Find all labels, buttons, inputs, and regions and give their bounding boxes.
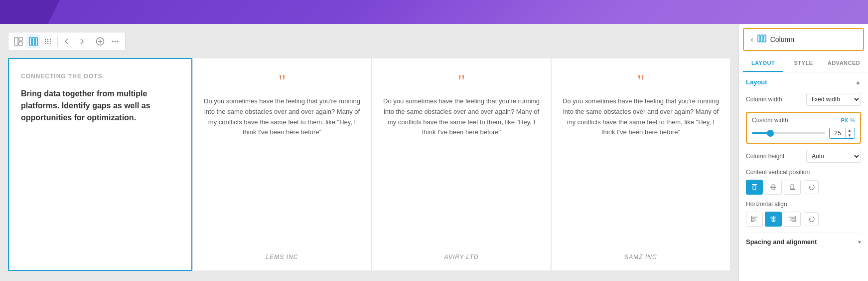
columns-view-button[interactable] [26, 34, 40, 48]
horiz-align-reset-button[interactable] [805, 212, 819, 226]
testimonial-col-2: " Do you sometimes have the feeling that… [372, 58, 551, 271]
back-button[interactable]: ‹ [751, 35, 753, 43]
slider-value-input[interactable] [830, 128, 846, 138]
right-panel: ‹ Column Layout Style Advanced Layout ▲ [738, 24, 868, 281]
vert-position-reset-button[interactable] [805, 180, 819, 194]
svg-rect-2 [19, 42, 22, 45]
svg-rect-21 [758, 35, 760, 42]
testimonial-company-1: LEMS INC [266, 254, 298, 261]
svg-rect-0 [14, 37, 18, 45]
svg-rect-1 [19, 37, 22, 41]
add-button[interactable] [93, 34, 107, 48]
panel-tabs: Layout Style Advanced [739, 55, 868, 72]
grid-view-button[interactable] [11, 34, 25, 48]
spacing-chevron-icon: ▾ [858, 239, 861, 246]
horiz-align-label: Horizontal align [746, 201, 861, 208]
testimonial-text-2: Do you sometimes have the feeling that y… [382, 96, 541, 138]
horiz-left-button[interactable] [746, 212, 763, 227]
svg-point-18 [112, 41, 114, 42]
slider-row: ▲ ▼ [752, 128, 855, 139]
custom-width-unit: PX % [841, 117, 855, 123]
svg-rect-24 [752, 184, 757, 185]
quote-mark-2: " [458, 72, 465, 90]
vert-position-btn-group [746, 180, 861, 195]
column-header-icon [757, 34, 766, 45]
tab-layout[interactable]: Layout [743, 55, 783, 72]
svg-point-10 [47, 41, 48, 42]
svg-rect-3 [29, 37, 31, 45]
column-body: Bring data together from multiple platfo… [21, 88, 179, 124]
svg-point-6 [45, 39, 46, 40]
panel-header[interactable]: ‹ Column [743, 28, 864, 51]
svg-rect-5 [35, 37, 37, 45]
custom-width-section: Custom width PX % ▲ ▼ [746, 112, 861, 144]
column-height-row: Column height Auto Fixed Full height [746, 150, 861, 163]
horiz-align-btn-group [746, 212, 861, 227]
svg-point-11 [47, 43, 48, 44]
top-bar [0, 0, 868, 24]
panel-content: Layout ▲ Column width fixed width auto c… [739, 72, 868, 281]
dots-button[interactable] [41, 34, 55, 48]
column-width-select[interactable]: fixed width auto custom [806, 93, 861, 106]
slider-value-box: ▲ ▼ [829, 128, 855, 139]
svg-point-20 [117, 41, 119, 42]
content-vertical-position-section: Content vertical position [746, 169, 861, 195]
svg-point-12 [50, 39, 51, 40]
horiz-right-button[interactable] [784, 212, 801, 227]
slider-arrows: ▲ ▼ [846, 128, 853, 138]
column-height-label: Column height [746, 153, 784, 160]
horizontal-align-section: Horizontal align [746, 201, 861, 227]
svg-rect-28 [790, 189, 795, 190]
column-width-row: Column width fixed width auto custom [746, 93, 861, 106]
editor-area: Connecting the Dots Bring data together … [0, 24, 738, 281]
toolbar-divider [57, 36, 58, 46]
custom-width-label: Custom width [752, 117, 788, 124]
layout-collapse-icon[interactable]: ▲ [855, 79, 861, 86]
vert-top-button[interactable] [746, 180, 763, 195]
quote-mark-1: " [279, 72, 286, 90]
svg-point-9 [47, 39, 48, 40]
svg-point-19 [115, 41, 116, 42]
layout-section-title: Layout [746, 78, 767, 86]
custom-width-header: Custom width PX % [752, 117, 855, 124]
layout-section-header: Layout ▲ [746, 78, 861, 86]
svg-rect-29 [791, 185, 794, 189]
svg-rect-25 [753, 186, 756, 190]
svg-point-8 [45, 43, 46, 44]
slider-track[interactable] [752, 132, 825, 134]
spacing-section[interactable]: Spacing and alignment ▾ [746, 233, 861, 251]
testimonial-col-1: " Do you sometimes have the feeling that… [192, 58, 372, 271]
more-button[interactable] [108, 34, 122, 48]
slider-arrow-up[interactable]: ▲ [846, 128, 853, 133]
svg-rect-23 [764, 35, 766, 42]
unit-px-label[interactable]: PX [841, 117, 849, 123]
first-column: Connecting the Dots Bring data together … [8, 58, 192, 271]
svg-rect-4 [32, 37, 34, 45]
svg-point-14 [50, 43, 51, 44]
vert-position-label: Content vertical position [746, 169, 861, 176]
column-width-label: Column width [746, 96, 782, 103]
testimonial-text-3: Do you sometimes have the feeling that y… [562, 96, 720, 138]
vert-middle-button[interactable] [765, 180, 782, 195]
tab-advanced[interactable]: Advanced [824, 55, 864, 72]
horiz-center-button[interactable] [765, 212, 782, 227]
unit-percent-label[interactable]: % [850, 117, 855, 123]
panel-header-title: Column [770, 35, 794, 43]
nav-next-button[interactable] [75, 34, 89, 48]
nav-prev-button[interactable] [60, 34, 74, 48]
slider-arrow-down[interactable]: ▼ [846, 133, 853, 138]
tab-style[interactable]: Style [783, 55, 824, 72]
testimonial-company-2: AVIRY LTD [444, 254, 479, 261]
svg-point-7 [45, 41, 46, 42]
testimonial-company-3: SAMZ INC [624, 254, 657, 261]
spacing-label: Spacing and alignment [746, 238, 817, 246]
testimonial-text-1: Do you sometimes have the feeling that y… [203, 96, 361, 138]
main-area: Connecting the Dots Bring data together … [0, 24, 868, 281]
quote-mark-3: " [637, 72, 645, 90]
column-height-select[interactable]: Auto Fixed Full height [806, 150, 861, 163]
svg-point-13 [50, 41, 51, 42]
toolbar-divider-2 [91, 36, 91, 46]
toolbar [8, 32, 126, 51]
slider-thumb[interactable] [767, 130, 774, 137]
vert-bottom-button[interactable] [784, 180, 801, 195]
